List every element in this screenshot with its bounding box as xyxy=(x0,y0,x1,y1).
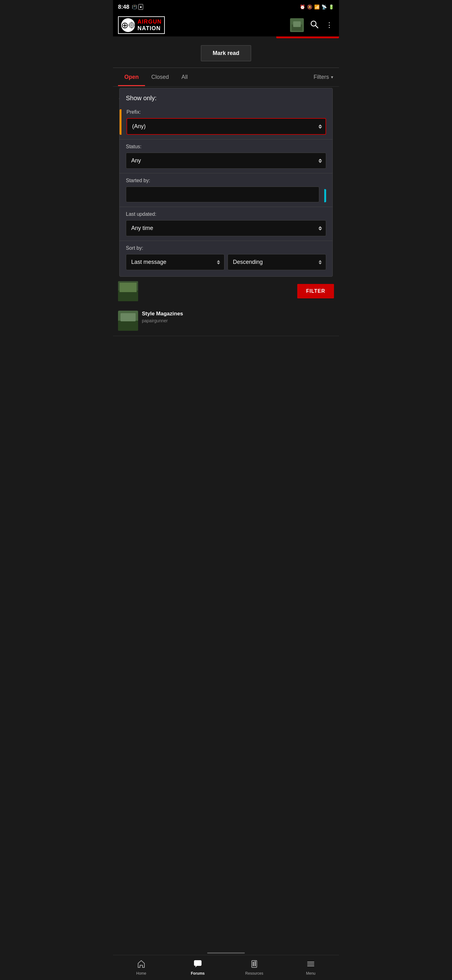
list-item-title: Style Magazines xyxy=(142,311,334,317)
wifi-icon: 📶 xyxy=(314,5,320,10)
status-bar: 8:48 📳 ● ⏰ 🔕 📶 📡 🔋 xyxy=(113,0,339,14)
svg-line-12 xyxy=(316,25,318,28)
logo: AIRGUN NATION xyxy=(118,16,165,34)
started-by-section: Started by: xyxy=(126,178,319,202)
status-label: Status: xyxy=(126,144,326,150)
list-thumb-partial xyxy=(118,281,138,301)
mark-read-container: Mark read xyxy=(113,39,339,68)
mark-read-button[interactable]: Mark read xyxy=(201,45,251,61)
show-only-label: Show only: xyxy=(126,95,157,102)
list-item-content: Style Magazines papairgunner xyxy=(142,311,334,323)
app-bar: AIRGUN NATION ⋮ xyxy=(113,14,339,37)
status-icons-right: ⏰ 🔕 📶 📡 🔋 xyxy=(300,5,334,10)
partial-list-area: FILTER Style Magazines papairgunner xyxy=(113,277,339,336)
status-select[interactable]: Any xyxy=(126,153,326,169)
more-options-button[interactable]: ⋮ xyxy=(325,20,334,30)
logo-text: AIRGUN NATION xyxy=(138,19,162,32)
sort-row: Last message Descending xyxy=(120,254,332,277)
tab-all[interactable]: All xyxy=(175,69,194,86)
alarm-icon: ⏰ xyxy=(300,5,305,10)
svg-rect-18 xyxy=(121,313,136,321)
tab-closed[interactable]: Closed xyxy=(145,69,175,86)
filter-bottom-area: FILTER xyxy=(116,277,336,305)
prefix-select-wrapper: (Any) xyxy=(127,118,326,135)
orange-accent-bar xyxy=(120,109,122,135)
last-updated-select-wrapper: Any time xyxy=(126,220,326,236)
filter-panel-header: Show only: xyxy=(120,88,332,105)
filter-apply-row: FILTER xyxy=(113,277,339,305)
sort-field-select[interactable]: Last message xyxy=(126,254,224,270)
filters-button[interactable]: Filters ▼ xyxy=(314,74,334,80)
list-thumb xyxy=(118,311,138,331)
sort-field-wrapper: Last message xyxy=(126,254,224,270)
svg-rect-14 xyxy=(118,291,138,301)
signal-icon: 📡 xyxy=(322,5,327,10)
voicemail-icon: 📳 xyxy=(132,5,137,10)
list-item-author: papairgunner xyxy=(142,318,334,323)
last-updated-select[interactable]: Any time xyxy=(126,220,326,236)
mute-icon: 🔕 xyxy=(307,5,312,10)
last-updated-section: Last updated: Any time xyxy=(120,207,332,240)
filter-panel-wrapper: C Show only: Prefix: (Any) xyxy=(113,87,339,277)
logo-nation: NATION xyxy=(138,25,162,32)
started-by-outer: Started by: xyxy=(120,173,332,207)
list-item[interactable]: Style Magazines papairgunner xyxy=(113,305,339,336)
recorder-icon: ● xyxy=(138,4,143,10)
prefix-label: Prefix: xyxy=(127,109,326,115)
chevron-down-icon: ▼ xyxy=(330,75,334,80)
tab-open[interactable]: Open xyxy=(118,69,145,86)
red-indicator xyxy=(276,37,339,38)
prefix-content: Prefix: (Any) xyxy=(127,109,326,135)
sort-by-section: Sort by: xyxy=(120,241,332,251)
status-select-wrapper: Any xyxy=(126,153,326,169)
sort-order-wrapper: Descending xyxy=(228,254,326,270)
svg-rect-15 xyxy=(120,283,136,292)
search-button[interactable] xyxy=(309,19,320,32)
status-time: 8:48 xyxy=(118,4,129,10)
started-by-input[interactable] xyxy=(126,186,319,202)
logo-icon xyxy=(121,18,135,32)
battery-icon: 🔋 xyxy=(329,5,334,10)
status-icons-left: 📳 ● xyxy=(132,4,143,10)
cyan-accent-bar xyxy=(324,189,326,202)
started-by-label: Started by: xyxy=(126,178,319,183)
avatar[interactable] xyxy=(290,18,304,32)
sort-order-select[interactable]: Descending xyxy=(228,254,326,270)
svg-rect-10 xyxy=(293,21,301,27)
svg-rect-17 xyxy=(118,321,138,331)
status-left: 8:48 📳 ● xyxy=(118,4,143,10)
logo-airgun: AIRGUN xyxy=(138,19,162,25)
tab-indicator-area xyxy=(113,37,339,39)
svg-point-3 xyxy=(131,24,132,25)
last-updated-label: Last updated: xyxy=(126,212,326,217)
prefix-section: Prefix: (Any) xyxy=(120,105,332,139)
prefix-select[interactable]: (Any) xyxy=(127,118,326,135)
sort-by-label: Sort by: xyxy=(126,245,326,251)
app-bar-right: ⋮ xyxy=(290,18,334,32)
filter-apply-button[interactable]: FILTER xyxy=(297,284,334,298)
spacer xyxy=(113,336,339,368)
status-section: Status: Any xyxy=(120,140,332,173)
tabs-row: Open Closed All Filters ▼ xyxy=(113,68,339,87)
filter-panel: Show only: Prefix: (Any) xyxy=(119,88,333,277)
